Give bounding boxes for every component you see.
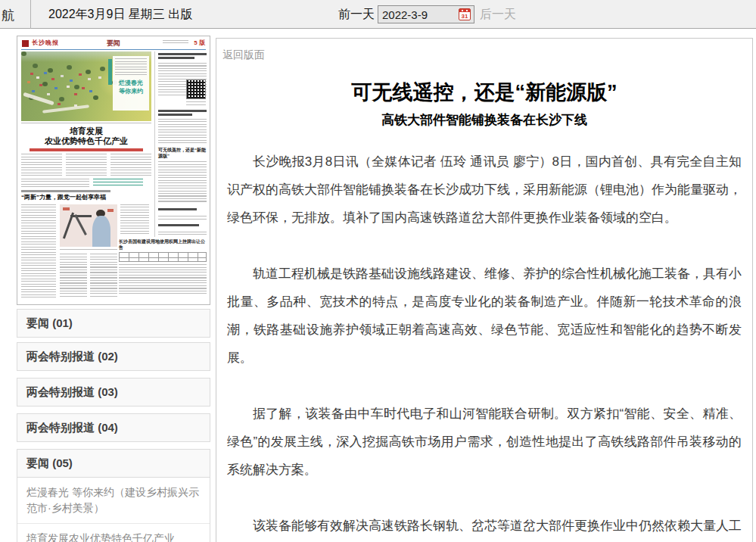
date-picker: 31 bbox=[378, 5, 474, 23]
sidebar-section-lianghui-02[interactable]: 两会特别报道 (02) bbox=[17, 342, 210, 371]
text-placeholder bbox=[163, 40, 188, 45]
calendar-icon-day: 31 bbox=[459, 12, 470, 20]
photo-road bbox=[23, 92, 54, 106]
thumb-red-subhead bbox=[30, 148, 143, 151]
article-paragraph: 该装备能够有效解决高速铁路长钢轨、岔芯等道岔大部件更换作业中仍然依赖大量人工和小… bbox=[227, 512, 742, 542]
worker-body bbox=[92, 216, 110, 247]
thumb-headline-line2: 农业优势特色千亿产业 bbox=[21, 136, 151, 146]
text-placeholder bbox=[21, 179, 89, 187]
text-placeholder bbox=[158, 161, 207, 204]
thumb-announcement: 长沙县国有建设用地使用权网上挂牌出让公告 bbox=[119, 239, 207, 298]
text-placeholder bbox=[158, 232, 207, 237]
aerial-village-photo: 烂漫春光 等你来约 bbox=[21, 51, 151, 121]
text-placeholder bbox=[21, 123, 151, 125]
text-placeholder bbox=[115, 58, 147, 76]
photo-roofs bbox=[21, 51, 24, 54]
worker-photo bbox=[60, 204, 117, 247]
sidebar-section-lianghui-03[interactable]: 两会特别报道 (03) bbox=[17, 378, 210, 406]
page-thumbnail[interactable]: 长沙晚报 要闻 5 版 烂漫春光 等你来约 培育发展 农业优势特色千亿产业 “两… bbox=[17, 36, 210, 305]
overlay-ribbon bbox=[108, 59, 112, 85]
overlay-tag-line1: 烂漫春光 bbox=[115, 79, 147, 87]
article-paragraph: 轨道工程机械是铁路基础设施线路建设、维修、养护的综合性机械化施工装备，具有小批量… bbox=[227, 260, 742, 372]
photo-sign bbox=[63, 207, 70, 210]
thumb-headline-line1: 培育发展 bbox=[21, 126, 151, 136]
nav-stub-label[interactable]: 航 bbox=[2, 7, 14, 24]
right-headline-placeholder bbox=[158, 110, 207, 117]
sidebar-section-group-05: 要闻 (05) 烂漫春光 等你来约（建设乡村振兴示范市·乡村美景） 培育发展农业… bbox=[17, 449, 210, 542]
article-paragraph: 据了解，该装备由中车时代电子和山河智能联合研制。双方紧扣“智能、安全、精准、绿色… bbox=[227, 400, 742, 484]
sidebar-article-link[interactable]: 烂漫春光 等你来约（建设乡村振兴示范市·乡村美景） bbox=[17, 478, 210, 524]
sidebar-section-yaowen-05[interactable]: 要闻 (05) bbox=[17, 450, 210, 478]
thumb-page-number: 5 版 bbox=[194, 39, 205, 47]
topbar: 航 2022年3月9日 星期三 出版 前一天 31 后一天 bbox=[0, 0, 756, 29]
overlay-tag-line2: 等你来约 bbox=[115, 87, 147, 95]
thumb-main-headline: 培育发展 农业优势特色千亿产业 bbox=[21, 126, 151, 146]
text-placeholder bbox=[186, 101, 206, 106]
photo-sign bbox=[107, 209, 114, 212]
next-day-link[interactable]: 后一天 bbox=[480, 7, 516, 23]
calendar-icon[interactable]: 31 bbox=[459, 8, 471, 20]
column-divider bbox=[154, 51, 155, 237]
article-paragraph: 长沙晚报3月8日讯（全媒体记者 伍玲 通讯员 廖宁）8日，国内首创、具有完全自主… bbox=[227, 148, 742, 232]
text-placeholder bbox=[60, 249, 117, 251]
text-placeholder bbox=[120, 204, 149, 236]
machine-part bbox=[74, 214, 87, 235]
back-to-page-link[interactable]: 返回版面 bbox=[222, 48, 265, 62]
right-headline-placeholder bbox=[158, 53, 207, 61]
text-placeholder bbox=[60, 254, 87, 298]
sidebar-section-lianghui-04[interactable]: 两会特别报道 (04) bbox=[17, 413, 210, 442]
thumb-mid-headline: “两新”力量，跟党一起创享幸福 bbox=[21, 194, 148, 201]
masthead-rule bbox=[21, 49, 206, 50]
thumb-body-columns bbox=[21, 154, 151, 177]
text-placeholder bbox=[90, 254, 117, 298]
right-headline-placeholder bbox=[158, 224, 207, 228]
right-headline-placeholder bbox=[158, 208, 207, 212]
rural-logo-placeholder bbox=[93, 179, 143, 187]
prev-day-link[interactable]: 前一天 bbox=[338, 7, 375, 23]
thumb-announcement-title: 长沙县国有建设用地使用权网上挂牌出让公告 bbox=[119, 239, 207, 251]
text-placeholder bbox=[21, 204, 56, 298]
thumb-kicker-bar bbox=[21, 190, 110, 192]
article-subtitle: 高铁大部件智能铺换装备在长沙下线 bbox=[216, 111, 752, 129]
article-panel: 返回版面 可无线遥控，还是“新能源版” 高铁大部件智能铺换装备在长沙下线 长沙晚… bbox=[216, 38, 753, 542]
article-title: 可无线遥控，还是“新能源版” bbox=[216, 79, 752, 106]
article-body: 长沙晚报3月8日讯（全媒体记者 伍玲 通讯员 廖宁）8日，国内首创、具有完全自主… bbox=[227, 148, 742, 542]
publication-date: 2022年3月9日 星期三 出版 bbox=[48, 7, 192, 23]
photo-text-overlay: 烂漫春光 等你来约 bbox=[113, 56, 149, 111]
qr-code bbox=[186, 79, 206, 99]
topbar-divider bbox=[30, 0, 31, 29]
thumb-right-headline: 可无线遥控，还是“新能源版” bbox=[158, 148, 207, 159]
announcement-table bbox=[119, 252, 207, 262]
text-placeholder bbox=[119, 264, 207, 294]
sidebar-section-yaowen-01[interactable]: 要闻 (01) bbox=[17, 309, 210, 338]
sidebar-article-link[interactable]: 培育发展农业优势特色千亿产业 bbox=[17, 524, 210, 542]
text-placeholder bbox=[158, 216, 207, 221]
photo-road bbox=[42, 104, 89, 114]
text-placeholder bbox=[158, 119, 207, 145]
